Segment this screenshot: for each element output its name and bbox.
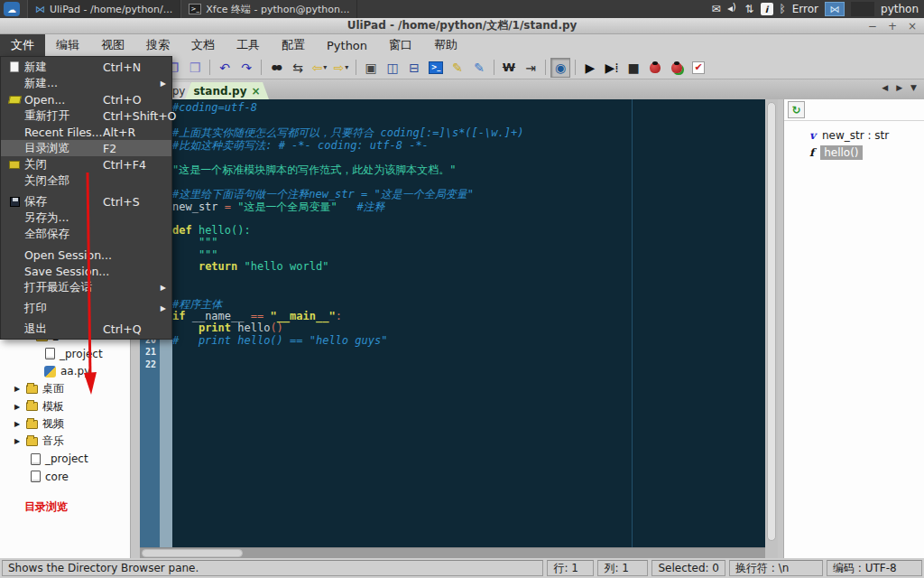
stop-icon[interactable]: ■ [624,58,643,78]
tree-item-_project[interactable]: _project [0,451,131,468]
replace-icon[interactable]: ⇆ [288,58,308,78]
tab-nav-icon[interactable]: ▼ [910,83,917,92]
mail-icon[interactable]: ✉ [711,0,720,18]
menu-item-label: 目录浏览 [24,141,69,156]
vertical-scrollbar[interactable] [765,99,778,558]
tree-item-aa.py[interactable]: aa.py [0,363,131,380]
tab-close-icon[interactable]: × [252,85,261,98]
file-menu-item-关闭[interactable]: 关闭Ctrl+F4 [1,156,171,172]
menubar-item-配置[interactable]: 配置 [271,34,316,56]
menubar-item-工具[interactable]: 工具 [226,34,271,56]
tree-item-音乐[interactable]: ▶音乐 [0,433,131,450]
dropdown-arrow-icon[interactable]: ▾ [323,63,327,71]
file-menu-item-退出[interactable]: 退出Ctrl+Q [1,321,171,337]
file-menu-item-Open Session...[interactable]: Open Session... [1,247,171,263]
menubar-item-文档[interactable]: 文档 [180,34,226,56]
split-vertical-icon[interactable]: ◫ [383,58,402,78]
file-menu-item-Recent Files...[interactable]: Recent Files...Alt+R [1,124,171,140]
code-line: """ [172,248,765,261]
redo-icon[interactable]: ↷ [236,58,256,78]
outline-item-function[interactable]: fhello() [784,144,924,161]
toolbar-separator [545,60,546,75]
menubar-item-编辑[interactable]: 编辑 [45,34,90,56]
tree-item-label: 视频 [42,416,64,432]
vertical-scrollbar-thumb[interactable] [767,102,776,541]
file-menu-item-Save Session...[interactable]: Save Session... [1,263,171,279]
ulipad-tray-icon[interactable]: ⋈ [825,2,845,16]
word-wrap-icon[interactable]: W [499,58,519,78]
undo-icon[interactable]: ↶ [215,58,235,78]
horizontal-scrollbar[interactable] [140,547,765,558]
menubar-item-窗口[interactable]: 窗口 [378,34,423,56]
file-menu-item-另存为...[interactable]: 另存为... [1,210,171,226]
todo-check-icon[interactable]: ✔ [688,58,708,78]
refresh-icon[interactable]: ↻ [788,101,805,118]
code-line: print hello() [172,322,765,334]
statusbar-cell: Selected: 0 [651,560,725,576]
taskbar-window-button[interactable]: ⋈UliPad - /home/python/... [27,0,180,18]
tree-item-视频[interactable]: ▶视频 [0,415,131,433]
debug-icon[interactable] [645,58,665,78]
split-horizontal-icon[interactable]: ⊟ [404,58,424,78]
code-token: #coding=utf-8 [172,101,257,114]
menubar-item-帮助[interactable]: 帮助 [423,34,468,56]
menubar-item-视图[interactable]: 视图 [90,34,135,56]
maximize-button[interactable]: + [888,20,897,33]
new-window-icon[interactable]: ▣ [361,58,381,78]
tree-item-_project[interactable]: _project [0,345,131,362]
code-token: #注释 [356,200,384,213]
expander-icon[interactable]: ▶ [14,437,22,445]
tree-item-core[interactable]: core [0,468,131,485]
file-menu-item-重新打开[interactable]: 重新打开Ctrl+Shift+O [1,107,171,124]
file-menu-item-关闭全部[interactable]: 关闭全部 [1,172,171,189]
go-back-icon[interactable]: ⇦▾ [310,58,329,78]
file-menu-item-打开最近会话[interactable]: 打开最近会话▶ [1,279,171,295]
uncomment-icon[interactable]: ✎ [469,58,489,78]
tab-nav-icon[interactable]: ◀ [882,83,888,92]
file-menu-item-保存[interactable]: 保存Ctrl+S [1,193,171,210]
code-line [172,150,765,163]
taskbar-window-button[interactable]: >_Xfce 终端 - python@python... [180,0,357,18]
xfce-applications-menu-icon[interactable]: ☁ [4,2,20,16]
directory-browser-icon[interactable]: ◉ [550,58,570,78]
expander-icon[interactable]: ▶ [14,403,22,411]
close-button[interactable]: × [908,20,917,33]
whitespace-icon[interactable]: ⇥ [521,58,541,78]
debug-run-icon[interactable] [667,58,687,78]
minimize-button[interactable]: − [868,20,877,33]
dropdown-arrow-icon[interactable]: ▾ [345,63,348,71]
menubar-item-文件[interactable]: 文件 [0,34,45,56]
run-icon[interactable]: ▶ [580,58,600,78]
volume-icon[interactable] [727,4,739,14]
code-token: "__main__" [270,310,335,322]
file-menu-item-目录浏览[interactable]: 目录浏览F2 [1,140,171,156]
network-icon[interactable]: ⇅ [745,0,754,18]
find-icon[interactable]: ●● [266,58,286,78]
file-menu-item-新建...[interactable]: 新建...▶ [1,75,171,91]
menu-item-label: Save Session... [24,265,109,278]
outline-item-variable[interactable]: vnew_str : str [784,126,924,144]
bluetooth-icon[interactable]: ᛒ [780,0,786,18]
go-forward-icon[interactable]: ⇨▾ [331,58,351,78]
tab-stand-py[interactable]: stand.py × [185,82,269,99]
tab-nav-icon[interactable]: ▶ [896,83,902,92]
expander-icon[interactable]: ▶ [14,420,22,428]
tree-item-模板[interactable]: ▶模板 [0,398,131,415]
code-token: "hello world" [244,260,328,273]
tree-item-桌面[interactable]: ▶桌面 [0,380,131,397]
menubar-item-Python[interactable]: Python [316,34,378,56]
run-args-icon[interactable]: ▶⁞ [602,58,622,78]
comment-icon[interactable]: ✎ [448,58,467,78]
file-menu-item-全部保存[interactable]: 全部保存 [1,226,171,242]
info-icon[interactable]: i [761,3,773,15]
file-menu-item-新建[interactable]: 新建Ctrl+N [1,59,171,75]
paste-icon[interactable]: ❒ [185,58,205,78]
python-shell-icon[interactable]: >_ [426,58,446,78]
horizontal-scrollbar-thumb[interactable] [142,549,243,557]
file-menu-item-打印[interactable]: 打印▶ [1,300,171,316]
code-area[interactable]: #coding=utf-8#上面其实你随便怎么写都可以，只要符合 coding[… [172,99,765,547]
file-menu-item-Open...[interactable]: Open...Ctrl+O [1,91,171,107]
expander-icon[interactable]: ▶ [14,385,22,393]
menubar-item-搜索[interactable]: 搜索 [135,34,180,56]
code-editor[interactable]: 12345678910111213141516171819202122 #cod… [140,99,765,558]
